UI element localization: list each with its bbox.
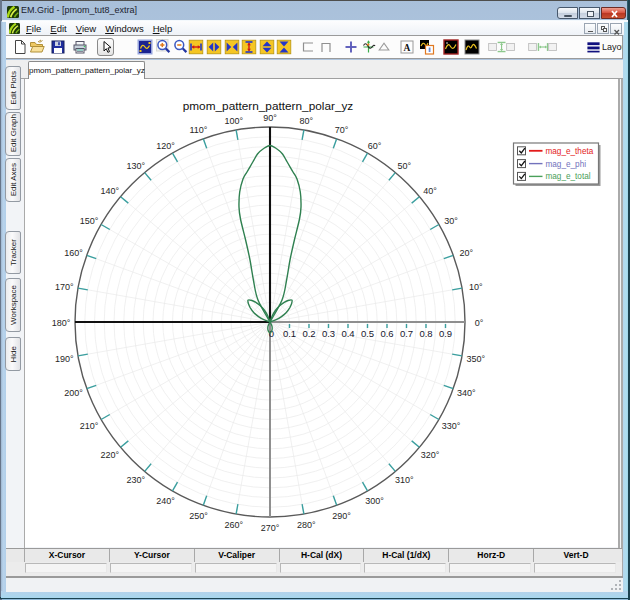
svg-text:50°: 50° xyxy=(397,161,411,171)
svg-text:0.1: 0.1 xyxy=(283,328,296,339)
svg-text:mag_e_theta: mag_e_theta xyxy=(546,147,594,156)
svg-text:80°: 80° xyxy=(299,116,313,126)
svg-text:0.7: 0.7 xyxy=(400,328,413,339)
svg-text:240°: 240° xyxy=(156,496,175,506)
svg-text:0.9: 0.9 xyxy=(439,328,452,339)
svg-text:160°: 160° xyxy=(64,248,83,258)
svg-text:280°: 280° xyxy=(297,520,316,530)
svg-text:A: A xyxy=(404,43,411,53)
svg-text:320°: 320° xyxy=(421,450,440,460)
svg-text:40°: 40° xyxy=(423,186,437,196)
svg-text:10°: 10° xyxy=(469,282,483,292)
svg-text:230°: 230° xyxy=(126,475,145,485)
svg-text:30°: 30° xyxy=(444,216,458,226)
svg-text:270°: 270° xyxy=(261,523,280,533)
svg-text:0.2: 0.2 xyxy=(302,328,315,339)
svg-text:mag_e_phi: mag_e_phi xyxy=(546,160,587,169)
svg-text:340°: 340° xyxy=(457,388,476,398)
svg-text:0.3: 0.3 xyxy=(322,328,335,339)
svg-text:260°: 260° xyxy=(224,520,243,530)
svg-text:250°: 250° xyxy=(189,511,208,521)
svg-text:310°: 310° xyxy=(395,475,414,485)
svg-text:20°: 20° xyxy=(460,248,474,258)
svg-text:70°: 70° xyxy=(335,125,349,135)
svg-text:mag_e_total: mag_e_total xyxy=(546,172,591,181)
svg-text:150°: 150° xyxy=(80,216,99,226)
svg-text:100°: 100° xyxy=(224,116,243,126)
svg-text:220°: 220° xyxy=(101,450,120,460)
svg-text:0.8: 0.8 xyxy=(419,328,432,339)
svg-text:190°: 190° xyxy=(55,354,74,364)
svg-text:350°: 350° xyxy=(466,354,485,364)
svg-text:0.6: 0.6 xyxy=(380,328,393,339)
svg-text:90°: 90° xyxy=(263,113,277,123)
svg-text:130°: 130° xyxy=(126,161,145,171)
svg-text:60°: 60° xyxy=(368,141,382,151)
svg-text:110°: 110° xyxy=(190,125,208,135)
svg-text:170°: 170° xyxy=(55,282,74,292)
svg-text:120°: 120° xyxy=(156,141,175,151)
svg-text:290°: 290° xyxy=(332,511,351,521)
svg-text:330°: 330° xyxy=(442,421,461,431)
svg-text:0.5: 0.5 xyxy=(361,328,374,339)
svg-text:0°: 0° xyxy=(475,318,484,328)
svg-text:210°: 210° xyxy=(80,421,99,431)
svg-text:200°: 200° xyxy=(64,388,83,398)
svg-text:300°: 300° xyxy=(365,496,384,506)
svg-text:180°: 180° xyxy=(52,318,71,328)
svg-text:0.4: 0.4 xyxy=(341,328,354,339)
svg-text:140°: 140° xyxy=(101,186,120,196)
svg-text:pmom_pattern_pattern_polar_yz: pmom_pattern_pattern_polar_yz xyxy=(183,99,354,113)
